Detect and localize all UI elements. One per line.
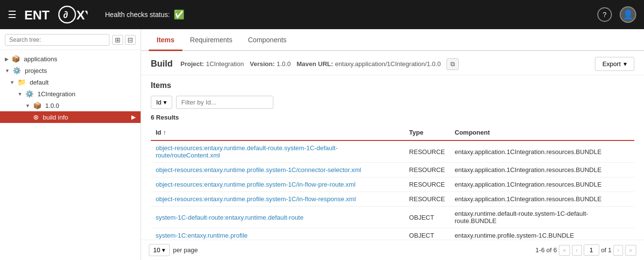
items-section-title: Items — [151, 81, 634, 90]
1cintegration-icon: ⚙️ — [25, 90, 34, 98]
table-row: object-resources:entaxy.runtime.profile.… — [151, 177, 634, 192]
export-button[interactable]: Export ▾ — [595, 57, 634, 71]
build-meta: Project: 1CIntegration Version: 1.0.0 Ma… — [180, 58, 459, 70]
arrow-icon: ▼ — [25, 103, 30, 108]
pagination-right: 1-6 of 6 « ‹ of 1 › » — [536, 244, 636, 256]
cell-id[interactable]: object-resources:entaxy.runtime.profile.… — [151, 192, 404, 207]
per-page-select[interactable]: 10 ▾ — [149, 244, 170, 256]
filter-field-select[interactable]: Id ▾ — [151, 96, 172, 109]
build-version: Version: 1.0.0 — [250, 60, 290, 68]
arrow-icon: ▼ — [18, 91, 22, 97]
copy-maven-url-button[interactable]: ⧉ — [447, 58, 459, 70]
page-next-button[interactable]: › — [613, 245, 623, 256]
build-info-icon: ⊗ — [33, 113, 39, 121]
arrow-icon: ▶ — [5, 56, 9, 62]
per-page-chevron-icon: ▾ — [162, 246, 165, 254]
version-icon: 📦 — [33, 102, 41, 109]
filter-bar: Id ▾ — [151, 96, 634, 109]
svg-text:∂: ∂ — [63, 9, 68, 20]
page-number-input[interactable] — [584, 244, 599, 256]
cell-component: entaxy.application.1CIntegration.resourc… — [450, 177, 634, 192]
sidebar-item-100[interactable]: ▼ 📦 1.0.0 — [0, 100, 141, 111]
help-icon[interactable]: ? — [597, 7, 612, 22]
table-row: object-resources:entaxy.runtime.profile.… — [151, 192, 634, 207]
main-layout: ⊞ ⊟ ▶ 📦 applications ▼ ⚙️ projects ▼ 📁 d… — [0, 29, 644, 260]
sidebar-item-build-info[interactable]: ⊗ build info ▶ — [0, 111, 141, 123]
cell-id[interactable]: system-1C-default-route:entaxy.runtime.d… — [151, 207, 404, 228]
cell-type: OBJECT — [404, 228, 450, 240]
health-status-label: Health checks status: — [105, 11, 170, 18]
tab-components[interactable]: Components — [240, 29, 294, 51]
arrow-icon: ▼ — [10, 80, 15, 85]
export-chevron-icon: ▾ — [624, 60, 627, 68]
page-prev-button[interactable]: ‹ — [572, 245, 582, 256]
sidebar-item-applications[interactable]: ▶ 📦 applications — [0, 53, 141, 65]
svg-text:XY: XY — [76, 8, 88, 22]
hamburger-menu-icon[interactable]: ☰ — [8, 9, 17, 20]
cell-component: entaxy.runtime.default-route.system-1C-d… — [450, 207, 634, 228]
pagination-bar: 10 ▾ per page 1-6 of 6 « ‹ of 1 › » — [141, 240, 644, 260]
cell-type: RESOURCE — [404, 177, 450, 192]
filter-input[interactable] — [176, 96, 273, 109]
svg-text:ENT: ENT — [24, 8, 50, 22]
page-last-button[interactable]: » — [625, 245, 636, 256]
collapse-all-icon[interactable]: ⊟ — [125, 35, 136, 45]
sidebar-search-icons: ⊞ ⊟ — [112, 35, 136, 45]
cell-id[interactable]: object-resources:entaxy.runtime.profile.… — [151, 163, 404, 177]
sort-icon: ↑ — [163, 129, 166, 136]
table-row: object-resources:entaxy.runtime.profile.… — [151, 163, 634, 177]
arrow-icon: ▼ — [5, 68, 10, 73]
results-count: 6 Results — [151, 114, 634, 121]
sidebar-item-arrow: ▶ — [131, 114, 136, 121]
project-value: 1CIntegration — [206, 60, 244, 68]
per-page-label: per page — [173, 246, 197, 254]
page-first-button[interactable]: « — [559, 245, 570, 256]
logo: ENT ∂ XY — [24, 5, 88, 24]
tree: ▶ 📦 applications ▼ ⚙️ projects ▼ 📁 defau… — [0, 50, 141, 260]
page-range: 1-6 of 6 — [536, 246, 557, 254]
items-table: Id ↑ Type Component object-resources:ent… — [151, 125, 634, 240]
sidebar-item-1cintegration[interactable]: ▼ ⚙️ 1CIntegration — [0, 88, 141, 100]
col-header-component: Component — [450, 125, 634, 140]
tab-requirements[interactable]: Requirements — [182, 29, 240, 51]
projects-icon: ⚙️ — [13, 67, 21, 74]
table-row: system-1C-default-route:entaxy.runtime.d… — [151, 207, 634, 228]
avatar[interactable]: 👤 — [620, 6, 636, 23]
build-project: Project: 1CIntegration — [180, 60, 244, 68]
cell-component: entaxy.application.1CIntegration.resourc… — [450, 163, 634, 177]
build-title: Build — [151, 59, 173, 69]
expand-all-icon[interactable]: ⊞ — [112, 35, 123, 45]
filter-select-chevron-icon: ▾ — [163, 99, 167, 106]
health-ok-icon: ✅ — [174, 9, 184, 20]
col-header-id[interactable]: Id ↑ — [151, 125, 404, 140]
cell-type: RESOURCE — [404, 192, 450, 207]
topnav: ☰ ENT ∂ XY Health checks status: ✅ ? 👤 — [0, 0, 644, 29]
tabs-bar: Items Requirements Components — [141, 29, 644, 51]
table-row: object-resources:entaxy.runtime.default-… — [151, 140, 634, 163]
table-row: system-1C:entaxy.runtime.profileOBJECTen… — [151, 228, 634, 240]
cell-id[interactable]: object-resources:entaxy.runtime.default-… — [151, 140, 404, 163]
cell-component: entaxy.application.1CIntegration.resourc… — [450, 140, 634, 163]
logo-svg: ENT ∂ XY — [24, 5, 88, 24]
items-section: Items Id ▾ 6 Results Id ↑ — [141, 75, 644, 240]
version-value: 1.0.0 — [277, 60, 291, 68]
topnav-right: ? 👤 — [597, 6, 636, 23]
cell-type: RESOURCE — [404, 140, 450, 163]
maven-label: Maven URL: — [297, 60, 333, 68]
applications-icon: 📦 — [12, 55, 20, 63]
cell-component: entaxy.application.1CIntegration.resourc… — [450, 192, 634, 207]
sidebar-item-projects[interactable]: ▼ ⚙️ projects — [0, 65, 141, 76]
avatar-icon: 👤 — [623, 9, 633, 20]
build-maven-url: Maven URL: entaxy.application/1CIntegrat… — [297, 60, 441, 68]
cell-id[interactable]: system-1C:entaxy.runtime.profile — [151, 228, 404, 240]
default-icon: 📁 — [18, 78, 26, 86]
col-header-type: Type — [404, 125, 450, 140]
page-total: of 1 — [601, 246, 612, 254]
sidebar-search-bar: ⊞ ⊟ — [0, 29, 141, 50]
cell-type: OBJECT — [404, 207, 450, 228]
cell-id[interactable]: object-resources:entaxy.runtime.profile.… — [151, 177, 404, 192]
search-tree-input[interactable] — [5, 34, 109, 46]
sidebar-item-default[interactable]: ▼ 📁 default — [0, 76, 141, 88]
tab-items[interactable]: Items — [149, 29, 182, 51]
build-header: Build Project: 1CIntegration Version: 1.… — [141, 51, 644, 75]
